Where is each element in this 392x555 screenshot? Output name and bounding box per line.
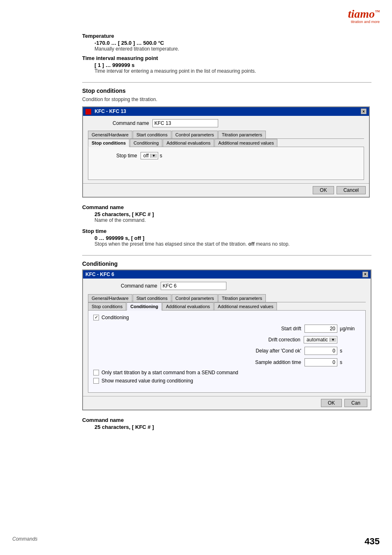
stop-time-desc-text: Stops when the preset time has elapsed s… (95, 241, 371, 247)
cond-tab-content: Conditioning Start drift µg/min Drift co… (88, 311, 366, 393)
stop-dialog-icon (85, 109, 91, 115)
stop-time-desc-after: means no stop. (255, 241, 290, 247)
drift-correction-row: Drift correction automatic ▼ (93, 336, 360, 343)
stop-time-desc-title: Stop time (82, 228, 371, 234)
cond-cmd-name-desc-title: Command name (82, 417, 371, 423)
drift-correction-value: automatic (305, 337, 330, 343)
show-measured-label: Show measured value during conditioning (101, 378, 193, 384)
cond-dialog-title-left: KFC - KFC 6 (85, 272, 114, 277)
cond-dialog-footer: OK Can (83, 396, 371, 410)
cond-cmd-name-desc-value: 25 characters, [ KFC # ] (95, 424, 371, 430)
stop-time-select-container[interactable]: off ▼ (141, 152, 158, 159)
tab-general-hardware-stop[interactable]: General/Hardware (88, 131, 132, 138)
stop-cmd-name-desc-title: Command name (82, 204, 371, 210)
page-footer: Commands 435 (0, 536, 392, 547)
tiamo-logo: tiamo™ (348, 8, 380, 20)
time-interval-description: Time interval for entering a measuring p… (95, 68, 371, 74)
tab-start-conditions-cond[interactable]: Start conditions (133, 294, 171, 302)
start-drift-row: Start drift µg/min (93, 325, 360, 333)
tab-stop-conditions-active[interactable]: Stop conditions (88, 139, 129, 147)
tab-control-parameters-cond[interactable]: Control parameters (172, 294, 218, 302)
stop-tabs-row1: General/Hardware Start conditions Contro… (88, 131, 364, 139)
tab-additional-measured-cond[interactable]: Additional measured values (214, 302, 277, 310)
sample-addition-unit: s (340, 359, 360, 365)
tab-titration-parameters-cond[interactable]: Titration parameters (218, 294, 266, 302)
cond-ok-button[interactable]: OK (321, 399, 342, 407)
start-drift-input[interactable] (304, 325, 337, 333)
drift-correction-arrow[interactable]: ▼ (330, 338, 336, 342)
tab-control-parameters-stop[interactable]: Control parameters (172, 131, 218, 138)
sample-addition-row: Sample addition time s (93, 358, 360, 366)
stop-dialog-body: Command name General/Hardware Start cond… (83, 116, 369, 183)
delay-unit: s (340, 348, 360, 354)
stop-dialog-close-button[interactable]: × (361, 108, 367, 114)
stop-time-dropdown-arrow[interactable]: ▼ (150, 154, 157, 158)
stop-cmd-name-label: Command name (113, 120, 149, 126)
page-container: tiamo™ titration and more Temperature -1… (0, 0, 392, 555)
page-number: 435 (364, 536, 380, 547)
stop-time-row: Stop time off ▼ s (92, 152, 360, 159)
temperature-section: Temperature -170.0 … [ 25.0 ] … 500.0 °C… (82, 33, 371, 52)
stop-conditions-header: Stop conditions (82, 88, 371, 94)
stop-dialog-footer: OK Cancel (83, 183, 369, 197)
stop-cmd-name-desc: Command name 25 characters, [ KFC # ] Na… (82, 204, 371, 223)
tab-start-conditions-stop[interactable]: Start conditions (133, 131, 171, 138)
stop-cmd-name-input[interactable] (152, 119, 218, 127)
show-measured-checkbox[interactable] (93, 378, 99, 384)
stop-tabs-row2: Stop conditions Conditioning Additional … (88, 139, 364, 147)
conditioning-checkbox[interactable] (93, 315, 99, 320)
delay-input[interactable] (304, 347, 337, 355)
tab-conditioning-active[interactable]: Conditioning (127, 302, 162, 311)
show-measured-checkbox-row: Show measured value during conditioning (93, 378, 360, 384)
cond-dialog-title-text: KFC - KFC 6 (85, 272, 114, 277)
only-start-label: Only start titration by a start command … (101, 370, 238, 375)
stop-time-desc-bold: off (247, 241, 255, 247)
tab-stop-conditions-cond[interactable]: Stop conditions (88, 302, 126, 310)
stop-cmd-name-desc-value: 25 characters, [ KFC # ] (95, 211, 371, 217)
stop-dialog-title-text: KFC - KFC 13 (95, 108, 126, 114)
stop-cancel-button[interactable]: Cancel (337, 186, 366, 194)
conditioning-header: Conditioning (82, 260, 371, 267)
cond-dialog-close-button[interactable]: × (362, 272, 368, 277)
drift-correction-select[interactable]: automatic ▼ (304, 336, 337, 343)
logo-area: tiamo™ titration and more (348, 8, 380, 24)
only-start-checkbox[interactable] (93, 370, 99, 375)
footer-left-text: Commands (12, 536, 37, 547)
time-interval-section: Time interval measuring point [ 1 ] … 99… (82, 55, 371, 74)
tab-conditioning-stop[interactable]: Conditioning (130, 139, 162, 147)
stop-conditions-dialog: KFC - KFC 13 × Command name General/Hard… (82, 106, 370, 198)
stop-cmd-name-desc-text: Name of the command. (95, 217, 371, 223)
stop-time-desc-before: Stops when the preset time has elapsed s… (95, 241, 247, 247)
stop-time-label: Stop time (116, 153, 137, 159)
start-drift-label: Start drift (235, 326, 301, 332)
stop-conditions-section: Stop conditions Condition for stopping t… (82, 88, 371, 247)
stop-conditions-subtitle: Condition for stopping the titration. (82, 97, 371, 102)
conditioning-checkbox-label: Conditioning (101, 315, 129, 320)
cond-cancel-button[interactable]: Can (344, 399, 367, 407)
time-interval-title: Time interval measuring point (82, 55, 371, 61)
main-content: Temperature -170.0 … [ 25.0 ] … 500.0 °C… (82, 8, 371, 430)
stop-time-value: off (142, 153, 150, 159)
tab-additional-evaluations-cond[interactable]: Additional evaluations (162, 302, 214, 310)
sample-addition-input[interactable] (304, 358, 337, 366)
temperature-description: Manually entered titration temperature. (95, 46, 371, 52)
cond-dialog-titlebar: KFC - KFC 6 × (83, 270, 371, 279)
time-interval-value: [ 1 ] … 999999 s (95, 62, 371, 68)
tab-additional-evaluations-stop[interactable]: Additional evaluations (163, 139, 214, 147)
stop-dialog-title-left: KFC - KFC 13 (85, 108, 126, 115)
tab-general-hardware-cond[interactable]: General/Hardware (88, 294, 132, 302)
stop-ok-button[interactable]: OK (313, 186, 334, 194)
divider-2 (82, 255, 371, 256)
cond-cmd-name-input[interactable] (161, 282, 226, 290)
cond-tabs-container: General/Hardware Start conditions Contro… (88, 294, 366, 393)
tab-titration-parameters-stop[interactable]: Titration parameters (218, 131, 266, 138)
stop-tab-content: Stop time off ▼ s (88, 147, 364, 180)
start-drift-unit: µg/min (340, 326, 360, 332)
stop-time-unit: s (160, 153, 162, 159)
tab-additional-measured-stop[interactable]: Additional measured values (214, 139, 277, 147)
divider-1 (82, 82, 371, 83)
drift-correction-label: Drift correction (235, 337, 300, 343)
cond-cmd-name-row: Command name (121, 282, 366, 290)
delay-label: Delay after 'Cond ok' (235, 348, 301, 354)
trademark-symbol: ™ (375, 9, 380, 15)
